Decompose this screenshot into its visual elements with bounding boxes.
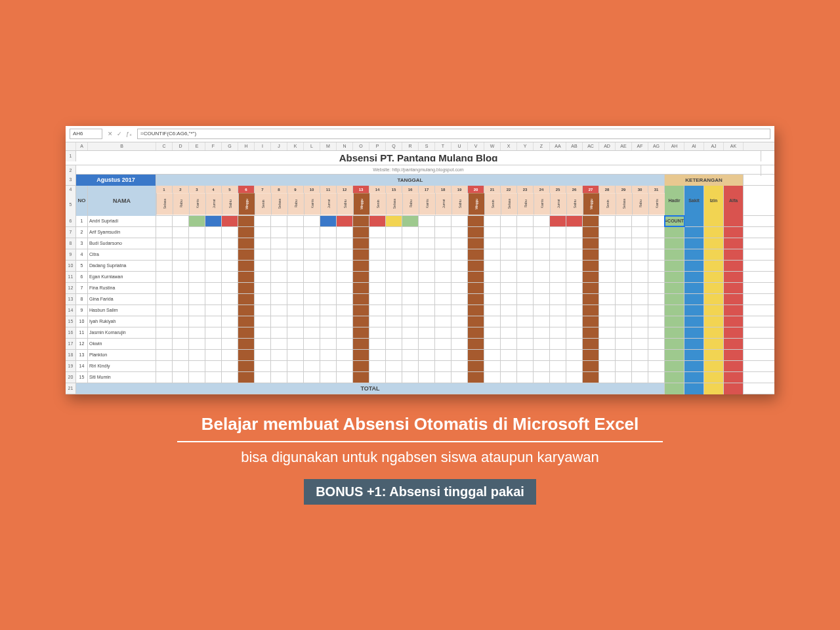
ket-cell[interactable] xyxy=(665,272,684,282)
day-cell[interactable] xyxy=(222,305,238,316)
day-cell[interactable] xyxy=(517,272,534,282)
day-cell[interactable] xyxy=(583,249,599,260)
no-cell[interactable]: 6 xyxy=(76,272,88,282)
day-cell[interactable] xyxy=(566,339,583,349)
day-cell[interactable] xyxy=(353,305,369,316)
day-cell[interactable] xyxy=(583,350,599,360)
ket-cell[interactable] xyxy=(665,227,684,238)
day-cell[interactable] xyxy=(435,316,452,327)
day-cell[interactable] xyxy=(402,327,419,338)
day-cell[interactable] xyxy=(534,350,550,360)
day-cell[interactable] xyxy=(566,283,583,293)
no-cell[interactable]: 9 xyxy=(76,305,88,316)
day-cell[interactable] xyxy=(501,249,517,260)
day-cell[interactable] xyxy=(205,249,222,260)
row-number[interactable]: 10 xyxy=(66,261,76,271)
day-cell[interactable] xyxy=(599,305,616,316)
day-cell[interactable] xyxy=(484,305,501,316)
day-cell[interactable] xyxy=(550,361,566,371)
day-cell[interactable] xyxy=(353,339,369,349)
day-cell[interactable] xyxy=(501,350,517,360)
day-cell[interactable] xyxy=(435,350,452,360)
day-cell[interactable] xyxy=(320,227,337,238)
day-cell[interactable] xyxy=(271,316,287,327)
day-cell[interactable] xyxy=(599,350,616,360)
col-header[interactable]: W xyxy=(484,142,501,150)
day-cell[interactable] xyxy=(156,350,173,360)
day-cell[interactable] xyxy=(255,261,271,271)
day-cell[interactable] xyxy=(386,272,402,282)
nama-cell[interactable]: Citra xyxy=(88,249,156,260)
ket-cell[interactable] xyxy=(724,238,744,249)
day-cell[interactable] xyxy=(599,294,616,304)
day-cell[interactable] xyxy=(501,294,517,304)
day-cell[interactable] xyxy=(435,361,452,371)
day-cell[interactable] xyxy=(501,261,517,271)
day-cell[interactable] xyxy=(452,372,468,383)
day-cell[interactable] xyxy=(534,227,550,238)
day-cell[interactable] xyxy=(616,283,632,293)
day-cell[interactable] xyxy=(402,316,419,327)
day-cell[interactable] xyxy=(501,227,517,238)
day-cell[interactable] xyxy=(501,327,517,338)
col-header[interactable]: U xyxy=(452,142,468,150)
day-cell[interactable] xyxy=(435,327,452,338)
day-cell[interactable] xyxy=(386,361,402,371)
day-cell[interactable] xyxy=(287,294,304,304)
ket-cell[interactable] xyxy=(704,305,724,316)
day-cell[interactable] xyxy=(419,261,435,271)
day-cell[interactable] xyxy=(353,294,369,304)
day-cell[interactable] xyxy=(419,339,435,349)
day-cell[interactable] xyxy=(320,294,337,304)
day-cell[interactable] xyxy=(287,238,304,249)
day-cell[interactable] xyxy=(287,350,304,360)
day-cell[interactable] xyxy=(238,339,255,349)
ket-cell[interactable] xyxy=(684,216,704,226)
nama-cell[interactable]: Budi Sudarsono xyxy=(88,238,156,249)
day-cell[interactable] xyxy=(271,305,287,316)
col-header[interactable]: A xyxy=(76,142,88,150)
day-cell[interactable] xyxy=(205,283,222,293)
day-cell[interactable] xyxy=(419,372,435,383)
day-cell[interactable] xyxy=(255,227,271,238)
col-header[interactable]: N xyxy=(337,142,353,150)
day-cell[interactable] xyxy=(566,294,583,304)
day-cell[interactable] xyxy=(238,283,255,293)
ket-cell[interactable] xyxy=(704,283,724,293)
day-cell[interactable] xyxy=(583,305,599,316)
day-cell[interactable] xyxy=(287,305,304,316)
no-cell[interactable]: 3 xyxy=(76,238,88,249)
day-cell[interactable] xyxy=(287,261,304,271)
day-cell[interactable] xyxy=(304,283,320,293)
day-cell[interactable] xyxy=(238,238,255,249)
day-cell[interactable] xyxy=(304,216,320,226)
day-cell[interactable] xyxy=(616,249,632,260)
day-cell[interactable] xyxy=(566,216,583,226)
day-cell[interactable] xyxy=(271,261,287,271)
ket-cell[interactable] xyxy=(724,316,744,327)
day-cell[interactable] xyxy=(468,372,484,383)
day-cell[interactable] xyxy=(386,372,402,383)
day-cell[interactable] xyxy=(468,227,484,238)
day-cell[interactable] xyxy=(419,327,435,338)
col-header[interactable]: AK xyxy=(724,142,744,150)
ket-cell[interactable] xyxy=(704,261,724,271)
day-cell[interactable] xyxy=(452,261,468,271)
cancel-icon[interactable]: ✕ xyxy=(108,131,113,137)
day-cell[interactable] xyxy=(189,249,205,260)
day-cell[interactable] xyxy=(452,305,468,316)
day-cell[interactable] xyxy=(435,372,452,383)
day-cell[interactable] xyxy=(337,316,353,327)
day-cell[interactable] xyxy=(320,238,337,249)
day-cell[interactable] xyxy=(238,327,255,338)
row-number[interactable]: 13 xyxy=(66,294,76,304)
ket-cell[interactable] xyxy=(665,327,684,338)
col-header[interactable]: AJ xyxy=(704,142,724,150)
day-cell[interactable] xyxy=(337,261,353,271)
day-cell[interactable] xyxy=(517,249,534,260)
day-cell[interactable] xyxy=(271,227,287,238)
col-header[interactable]: Q xyxy=(386,142,402,150)
day-cell[interactable] xyxy=(632,327,648,338)
ket-cell[interactable] xyxy=(724,361,744,371)
day-cell[interactable] xyxy=(189,327,205,338)
